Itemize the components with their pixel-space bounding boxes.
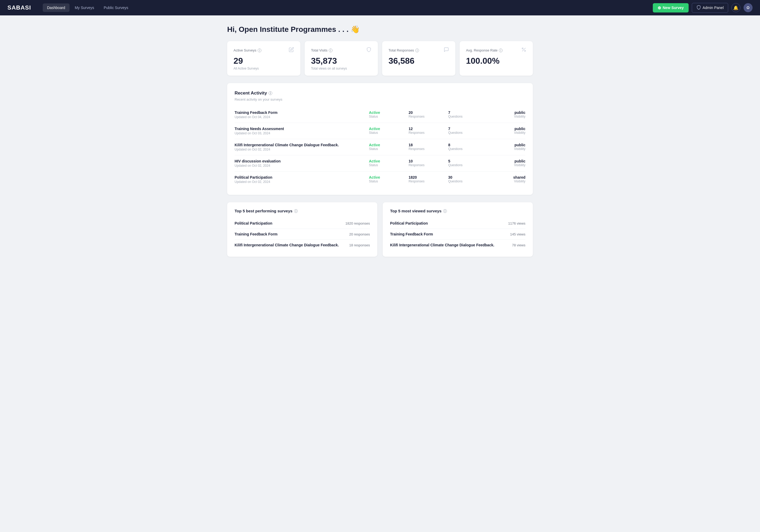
nav-my-surveys[interactable]: My Surveys bbox=[71, 3, 98, 12]
questions-label: Questions bbox=[448, 131, 484, 135]
visibility-label: Visibility bbox=[488, 115, 525, 119]
status-badge: Active bbox=[369, 111, 404, 115]
survey-name: Kilifi Intergenerational Climate Change … bbox=[235, 243, 339, 247]
responses-value: 18 bbox=[409, 143, 444, 147]
activity-row[interactable]: Political Participation Updated on Oct 0… bbox=[235, 171, 525, 188]
responses-label: Responses bbox=[409, 163, 444, 167]
new-survey-button[interactable]: ⊕ New Survey bbox=[653, 3, 689, 13]
status-label: Status bbox=[369, 147, 404, 151]
responses-label: Responses bbox=[409, 131, 444, 135]
list-item[interactable]: Training Feedback Form 145 views bbox=[390, 228, 525, 239]
activity-row[interactable]: HIV discussion evaluation Updated on Oct… bbox=[235, 155, 525, 171]
questions-label: Questions bbox=[448, 163, 484, 167]
recent-activity-subtitle: Recent activity on your surveys bbox=[235, 97, 525, 101]
list-item[interactable]: Kilifi Intergenerational Climate Change … bbox=[235, 239, 370, 250]
stat-total-visits: Total Visits i 35,873 Total views on all… bbox=[305, 41, 378, 76]
survey-name: HIV discussion evaluation bbox=[235, 159, 365, 163]
info-icon: i bbox=[329, 49, 332, 52]
status-badge: Active bbox=[369, 127, 404, 131]
status-label: Status bbox=[369, 131, 404, 135]
questions-value: 7 bbox=[448, 127, 484, 131]
visibility-value: shared bbox=[488, 175, 525, 179]
edit-icon bbox=[289, 47, 294, 54]
responses-value: 20 bbox=[409, 111, 444, 115]
top-viewed-card: Top 5 most viewed surveys i Political Pa… bbox=[383, 202, 533, 257]
brand-logo[interactable]: SABASI bbox=[7, 4, 31, 11]
survey-stat: 78 views bbox=[512, 243, 525, 247]
status-badge: Active bbox=[369, 175, 404, 179]
survey-updated: Updated on Oct 02, 2024 bbox=[235, 148, 365, 151]
survey-stat: 1176 views bbox=[508, 221, 525, 225]
greeting-heading: Hi, Open Institute Programmes . . . 👋 bbox=[227, 25, 533, 34]
total-visits-value: 35,873 bbox=[311, 56, 371, 66]
survey-name: Political Participation bbox=[235, 175, 365, 179]
visibility-value: public bbox=[488, 159, 525, 163]
survey-stat: 145 views bbox=[510, 232, 525, 236]
total-responses-value: 36,586 bbox=[389, 56, 449, 66]
visibility-label: Visibility bbox=[488, 131, 525, 135]
responses-label: Responses bbox=[409, 147, 444, 151]
notifications-button[interactable]: 🔔 bbox=[731, 3, 740, 12]
survey-name: Political Participation bbox=[390, 221, 428, 225]
percent-icon bbox=[521, 47, 527, 54]
total-visits-sub: Total views on all surveys bbox=[311, 67, 371, 71]
activity-row[interactable]: Training Needs Assessment Updated on Oct… bbox=[235, 123, 525, 139]
activity-row[interactable]: Kilifi Intergenerational Climate Change … bbox=[235, 139, 525, 155]
list-item[interactable]: Political Participation 1176 views bbox=[390, 218, 525, 228]
main-content: Hi, Open Institute Programmes . . . 👋 Ac… bbox=[221, 16, 539, 266]
status-label: Status bbox=[369, 163, 404, 167]
navbar: SABASI Dashboard My Surveys Public Surve… bbox=[0, 0, 760, 16]
avg-response-rate-value: 100.00% bbox=[466, 56, 527, 66]
recent-activity-section: Recent Activity i Recent activity on you… bbox=[227, 83, 533, 195]
top-performing-card: Top 5 best performing surveys i Politica… bbox=[227, 202, 377, 257]
nav-public-surveys[interactable]: Public Surveys bbox=[100, 3, 133, 12]
visibility-label: Visibility bbox=[488, 179, 525, 183]
responses-label: Responses bbox=[409, 179, 444, 183]
survey-stat: 1820 responses bbox=[345, 221, 370, 225]
survey-updated: Updated on Oct 02, 2024 bbox=[235, 180, 365, 184]
responses-label: Responses bbox=[409, 115, 444, 119]
status-badge: Active bbox=[369, 159, 404, 163]
survey-name: Kilifi Intergenerational Climate Change … bbox=[390, 243, 495, 247]
status-label: Status bbox=[369, 115, 404, 119]
questions-label: Questions bbox=[448, 147, 484, 151]
stat-avg-response-rate: Avg. Response Rate i 100.00% bbox=[460, 41, 533, 76]
questions-value: 30 bbox=[448, 175, 484, 179]
questions-value: 8 bbox=[448, 143, 484, 147]
activity-table: Training Feedback Form Updated on Oct 04… bbox=[235, 107, 525, 187]
nav-links: Dashboard My Surveys Public Surveys bbox=[43, 3, 644, 12]
visibility-value: public bbox=[488, 127, 525, 131]
survey-stat: 20 responses bbox=[349, 232, 370, 236]
responses-value: 12 bbox=[409, 127, 444, 131]
survey-stat: 18 responses bbox=[349, 243, 370, 247]
list-item[interactable]: Training Feedback Form 20 responses bbox=[235, 228, 370, 239]
svg-point-1 bbox=[522, 48, 523, 49]
questions-label: Questions bbox=[448, 115, 484, 119]
info-icon: i bbox=[294, 209, 298, 213]
info-icon: i bbox=[499, 49, 502, 52]
info-icon: i bbox=[268, 91, 272, 95]
questions-value: 5 bbox=[448, 159, 484, 163]
info-icon: i bbox=[443, 209, 447, 213]
list-item[interactable]: Political Participation 1820 responses bbox=[235, 218, 370, 228]
recent-activity-title: Recent Activity i bbox=[235, 90, 525, 96]
survey-name: Training Needs Assessment bbox=[235, 127, 365, 131]
nav-dashboard[interactable]: Dashboard bbox=[43, 3, 70, 12]
navbar-right: ⊕ New Survey Admin Panel 🔔 O bbox=[653, 3, 753, 13]
survey-name: Political Participation bbox=[235, 221, 272, 225]
survey-updated: Updated on Oct 04, 2024 bbox=[235, 115, 365, 119]
survey-name: Training Feedback Form bbox=[235, 111, 365, 115]
admin-panel-button[interactable]: Admin Panel bbox=[692, 3, 728, 13]
survey-name: Training Feedback Form bbox=[390, 232, 433, 236]
visibility-value: public bbox=[488, 143, 525, 147]
survey-updated: Updated on Oct 02, 2024 bbox=[235, 164, 365, 168]
questions-value: 7 bbox=[448, 111, 484, 115]
activity-row[interactable]: Training Feedback Form Updated on Oct 04… bbox=[235, 107, 525, 123]
responses-value: 1820 bbox=[409, 175, 444, 179]
user-avatar[interactable]: O bbox=[743, 3, 753, 12]
bottom-grid: Top 5 best performing surveys i Politica… bbox=[227, 202, 533, 257]
visibility-label: Visibility bbox=[488, 147, 525, 151]
list-item[interactable]: Kilifi Intergenerational Climate Change … bbox=[390, 239, 525, 250]
top-viewed-title: Top 5 most viewed surveys i bbox=[390, 209, 525, 213]
questions-label: Questions bbox=[448, 179, 484, 183]
